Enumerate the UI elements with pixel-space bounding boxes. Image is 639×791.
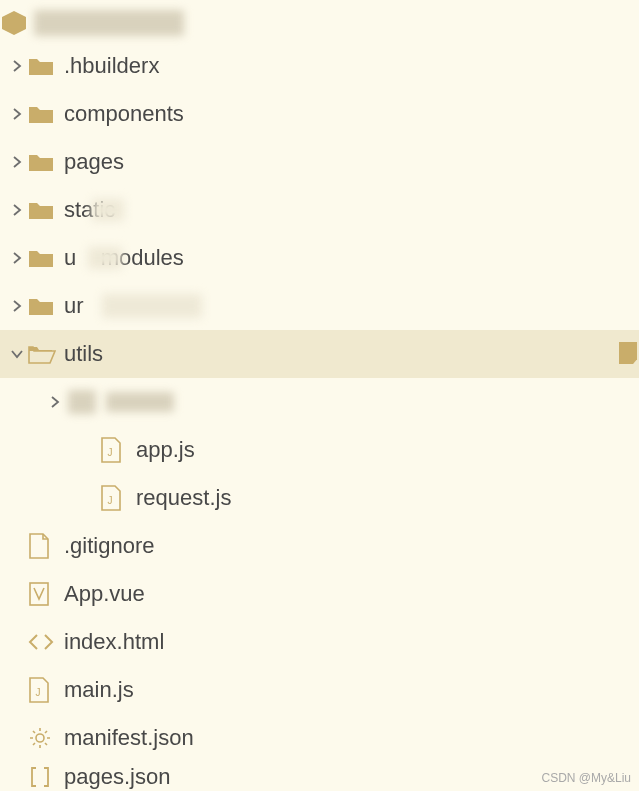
folder-icon <box>28 247 58 269</box>
folder-hbuilderx[interactable]: .hbuilderx <box>0 42 639 90</box>
svg-point-4 <box>36 734 44 742</box>
file-index-html[interactable]: index.html <box>0 618 639 666</box>
file-app-vue[interactable]: App.vue <box>0 570 639 618</box>
folder-unpackage[interactable]: ur <box>0 282 639 330</box>
js-file-icon: J <box>100 485 130 511</box>
chevron-right-icon[interactable] <box>6 60 28 72</box>
folder-utils[interactable]: utils <box>0 330 639 378</box>
folder-icon <box>28 103 58 125</box>
folder-open-icon <box>28 343 58 365</box>
file-label: .gitignore <box>64 533 155 559</box>
folder-label: .hbuilderx <box>64 53 159 79</box>
file-label: App.vue <box>64 581 145 607</box>
vue-file-icon <box>28 581 58 607</box>
folder-icon <box>28 199 58 221</box>
chevron-right-icon[interactable] <box>6 204 28 216</box>
smudge-overlay <box>102 294 202 318</box>
js-file-icon: J <box>100 437 130 463</box>
project-root-item[interactable] <box>0 4 639 42</box>
smudge-overlay <box>92 199 124 221</box>
chevron-down-icon[interactable] <box>6 348 28 360</box>
file-app-js[interactable]: J app.js <box>0 426 639 474</box>
watermark-text: CSDN @My&Liu <box>541 771 631 785</box>
folder-uni-modules[interactable]: u modules <box>0 234 639 282</box>
folder-icon <box>28 295 58 317</box>
folder-icon <box>28 55 58 77</box>
folder-label: ur <box>64 293 84 319</box>
file-label: main.js <box>64 677 134 703</box>
svg-text:J: J <box>108 495 113 506</box>
folder-pages[interactable]: pages <box>0 138 639 186</box>
file-gitignore[interactable]: .gitignore <box>0 522 639 570</box>
svg-rect-2 <box>30 583 48 605</box>
svg-text:J: J <box>36 687 41 698</box>
file-label: manifest.json <box>64 725 194 751</box>
smudge-overlay <box>88 247 122 269</box>
file-request-js[interactable]: J request.js <box>0 474 639 522</box>
json-bracket-icon <box>28 765 58 789</box>
folder-label: pages <box>64 149 124 175</box>
js-file-icon: J <box>28 677 58 703</box>
project-icon <box>2 11 26 35</box>
file-icon <box>28 533 58 559</box>
html-file-icon <box>28 632 58 652</box>
chevron-right-icon[interactable] <box>44 396 66 408</box>
folder-label: u modules <box>64 245 184 271</box>
chevron-right-icon[interactable] <box>6 300 28 312</box>
file-label: request.js <box>136 485 231 511</box>
folder-label: components <box>64 101 184 127</box>
chevron-right-icon[interactable] <box>6 252 28 264</box>
modified-marker-icon <box>619 342 637 364</box>
file-tree: .hbuilderx components pages static <box>0 0 639 791</box>
folder-static[interactable]: static <box>0 186 639 234</box>
folder-icon <box>28 151 58 173</box>
obscured-content <box>68 390 174 414</box>
file-label: index.html <box>64 629 164 655</box>
chevron-right-icon[interactable] <box>6 108 28 120</box>
svg-text:J: J <box>108 447 113 458</box>
file-label: app.js <box>136 437 195 463</box>
file-manifest-json[interactable]: manifest.json <box>0 714 639 762</box>
folder-label: utils <box>64 341 103 367</box>
project-name-obscured <box>34 10 184 36</box>
folder-obscured-child[interactable] <box>0 378 639 426</box>
file-main-js[interactable]: J main.js <box>0 666 639 714</box>
folder-components[interactable]: components <box>0 90 639 138</box>
file-label: pages.json <box>64 764 170 790</box>
json-gear-icon <box>28 726 58 750</box>
chevron-right-icon[interactable] <box>6 156 28 168</box>
